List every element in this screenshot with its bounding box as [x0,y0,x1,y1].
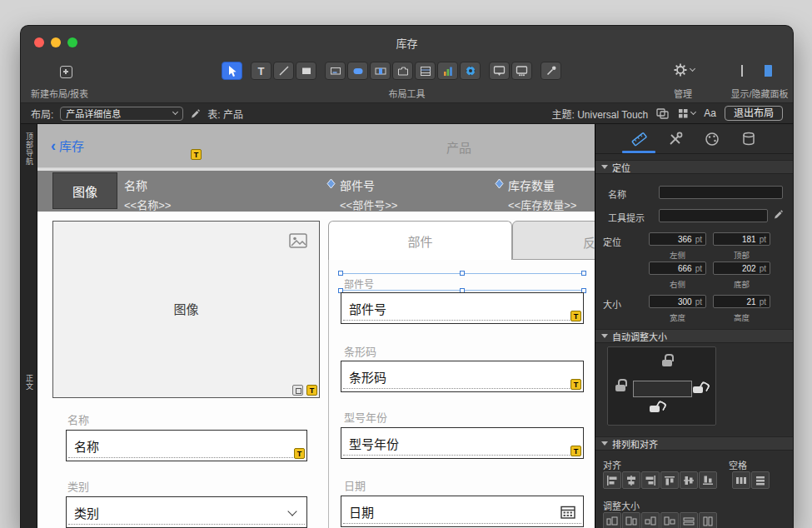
image-header-cell[interactable]: 图像 [52,172,117,209]
resize-largest-width-button[interactable] [622,512,640,528]
year-field-label[interactable]: 型号年份 [344,409,387,425]
layout-canvas[interactable]: ‹ 库存 T 产品 图像 名称 <<名称>> 部件号 <<部件号>> [37,124,595,528]
part-number-field-label[interactable]: 部件号 [344,276,374,291]
back-button[interactable]: ‹ 库存 [51,137,84,154]
name-field[interactable]: 名称 T [66,430,307,461]
name-header-cell[interactable]: 名称 <<名称>> [124,177,171,212]
inspector-tab-tools[interactable] [657,127,694,152]
stock-qty-header-cell[interactable]: 库存数量 <<库存数量>> [508,177,576,212]
part-label-body[interactable]: 正文 [24,374,35,391]
part-number-header-cell[interactable]: 部件号 <<部件号>> [340,177,397,212]
selection-handle[interactable] [581,271,586,276]
grid-menu-button[interactable] [678,108,695,119]
sort-icon[interactable] [495,178,504,189]
selection-handle[interactable] [338,271,343,276]
autosize-object-preview [633,381,692,397]
resize-match-width-button[interactable] [680,512,698,528]
align-left-button[interactable] [603,471,621,489]
line-tool-button[interactable] [273,62,294,80]
tab-control-tool-button[interactable] [392,62,413,80]
object-name-input[interactable] [659,186,783,199]
anchor-right-lock-icon[interactable] [692,381,705,393]
image-field[interactable]: 图像 T [52,221,320,398]
position-bottom-input[interactable]: 202pt [713,262,770,275]
layout-tools-label: 布局工具 [389,87,426,100]
resize-smallest-height-button[interactable] [641,512,660,528]
web-viewer-tool-button[interactable] [460,62,481,80]
align-bottom-button[interactable] [699,471,717,489]
date-field-label[interactable]: 日期 [344,477,366,493]
popover-tool-button[interactable] [489,62,510,80]
new-layout-label: 新建布局/报表 [31,87,88,100]
position-top-input[interactable]: 181pt [713,232,770,246]
selection-bounds[interactable]: 部件号 [341,273,584,291]
year-field[interactable]: 型号年份 T [341,427,584,459]
table-label: 表: 产品 [207,107,243,121]
selection-handle[interactable] [460,271,465,276]
position-right-input[interactable]: 666pt [649,262,706,275]
name-field-label[interactable]: 名称 [67,411,89,427]
select-tool-button[interactable] [222,62,242,80]
bottom-value: 202 [742,264,756,273]
chart-tool-button[interactable] [437,62,458,80]
resize-match-height-button[interactable] [699,512,717,528]
tab-panel-border [328,260,329,528]
titlebar[interactable]: 库存 [21,26,793,59]
align-top-button[interactable] [660,471,679,489]
height-input[interactable]: 21pt [713,295,770,308]
button-tool-button[interactable] [347,62,368,80]
exit-layout-button[interactable]: 退出布局 [725,106,783,121]
left-panel-toggle-icon[interactable] [733,65,749,77]
anchor-left-lock-icon[interactable] [615,379,627,391]
tab-parts-label: 部件 [407,232,432,250]
align-middle-v-icon [683,476,695,486]
section-header-autosize[interactable]: 自动调整大小 [595,329,793,343]
date-field[interactable]: 日期 [341,496,584,527]
slide-control-tool-button[interactable] [511,62,532,80]
part-number-field[interactable]: 部件号 T [341,292,584,324]
resize-largest-height-button[interactable] [660,512,679,528]
inspector-tab-appearance[interactable] [694,127,730,152]
align-center-h-button[interactable] [622,471,640,489]
layout-selector[interactable]: 产品详细信息 [60,107,183,121]
tooltip-input[interactable] [659,209,768,222]
layout-title-text[interactable]: 产品 [376,138,542,156]
category-field[interactable]: 类别 [66,496,307,528]
tab-second[interactable]: 反 [512,221,595,260]
sort-icon[interactable] [326,178,336,189]
text-format-button[interactable]: Aa [704,107,716,119]
space-vertical-button[interactable] [751,471,770,489]
section-position-label: 定位 [612,161,630,174]
inspector-tab-data[interactable] [730,127,767,152]
barcode-field-label[interactable]: 条形码 [344,343,376,359]
section-header-position[interactable]: 定位 [595,160,793,174]
field-tool-button[interactable] [325,62,346,80]
position-left-input[interactable]: 366pt [649,232,706,246]
tab-parts[interactable]: 部件 [328,221,512,260]
part-label-top-nav[interactable]: 顶部导航 [24,132,35,166]
anchor-bottom-lock-icon[interactable] [649,400,661,412]
inspector-tab-position[interactable] [620,127,657,152]
section-header-arrange[interactable]: 排列和对齐 [595,436,793,451]
text-tool-button[interactable]: T [251,62,271,80]
button-bar-tool-button[interactable] [370,62,391,80]
space-horizontal-button[interactable] [732,471,750,489]
category-field-text: 类别 [74,504,99,521]
category-field-label[interactable]: 类别 [67,478,89,494]
new-layout-button[interactable] [56,62,77,81]
edit-tooltip-button[interactable] [773,209,784,220]
align-right-button[interactable] [641,471,660,489]
portal-tool-button[interactable] [415,62,436,80]
width-input[interactable]: 300pt [649,295,706,308]
theme-swatch-button[interactable] [656,108,670,119]
resize-smallest-width-button[interactable] [603,512,621,528]
gear-icon [674,63,687,77]
edit-layout-button[interactable] [190,108,201,119]
align-middle-v-button[interactable] [680,471,698,489]
shape-tool-button[interactable] [296,62,316,80]
right-panel-toggle-icon[interactable] [756,65,772,77]
manage-menu-button[interactable] [674,63,695,77]
anchor-top-lock-icon[interactable] [661,354,674,366]
format-painter-tool-button[interactable] [541,62,561,80]
barcode-field[interactable]: 条形码 T [341,361,584,392]
